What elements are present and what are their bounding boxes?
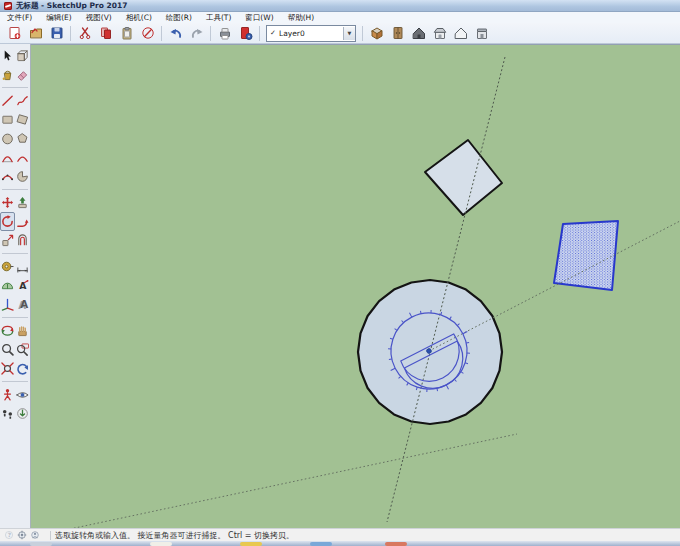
sketchup-logo-icon xyxy=(4,2,12,10)
move-icon xyxy=(1,196,14,209)
share-component-button[interactable] xyxy=(450,23,471,43)
redo-icon xyxy=(190,26,204,40)
drawing-canvas[interactable] xyxy=(31,44,680,528)
open-file-button[interactable] xyxy=(25,23,46,43)
print-button[interactable] xyxy=(214,23,235,43)
tool-rectangle-button[interactable] xyxy=(0,110,15,129)
tool-pan-button[interactable] xyxy=(15,321,30,340)
tool-text-tool-button[interactable]: A xyxy=(15,276,30,295)
get-models-home-icon xyxy=(412,26,426,40)
tool-line-button[interactable] xyxy=(0,91,15,110)
tool-select-button[interactable] xyxy=(0,46,15,65)
geolocate-icon[interactable] xyxy=(17,530,27,540)
rectangle-icon xyxy=(1,113,14,126)
tool-walk-button[interactable] xyxy=(0,404,15,423)
tool-axes-button[interactable] xyxy=(0,295,15,314)
tool-palette: AAA xyxy=(0,44,31,528)
tool-zoom-extents-button[interactable] xyxy=(0,359,15,378)
two-point-arc-icon xyxy=(16,151,29,164)
tool-make-component-button[interactable] xyxy=(15,46,30,65)
tool-zoom-window-button[interactable] xyxy=(15,340,30,359)
tool-pie-button[interactable] xyxy=(15,167,30,186)
menu-help[interactable]: 帮助(H) xyxy=(281,12,322,23)
scale-icon xyxy=(1,234,14,247)
tool-polygon-button[interactable] xyxy=(15,129,30,148)
menu-file[interactable]: 文件(F) xyxy=(0,12,39,23)
tool-move-button[interactable] xyxy=(0,193,15,212)
extension-warehouse-button[interactable] xyxy=(471,23,492,43)
previous-view-icon xyxy=(16,362,29,375)
tool-eraser-button[interactable] xyxy=(15,65,30,84)
model-view[interactable] xyxy=(31,45,680,529)
get-models-home-button[interactable] xyxy=(408,23,429,43)
warehouse-box-icon xyxy=(370,26,384,40)
tool-zoom-button[interactable] xyxy=(0,340,15,359)
menu-view[interactable]: 视图(V) xyxy=(79,12,119,23)
tool-offset-button[interactable] xyxy=(15,231,30,250)
dimension-icon xyxy=(16,260,29,273)
tool-arc-button[interactable] xyxy=(0,148,15,167)
warehouse-box-button[interactable] xyxy=(366,23,387,43)
tool-rotate-button[interactable] xyxy=(0,212,15,231)
tool-dimension-button[interactable] xyxy=(15,257,30,276)
tool-three-d-text-button[interactable]: AA xyxy=(15,295,30,314)
tool-three-point-arc-button[interactable] xyxy=(0,167,15,186)
credits-icon[interactable] xyxy=(30,530,40,540)
status-divider xyxy=(50,531,51,540)
layer-value: Layer0 xyxy=(279,29,343,38)
help-icon[interactable]: ? xyxy=(4,530,14,540)
redo-button[interactable] xyxy=(186,23,207,43)
push-pull-icon xyxy=(16,196,29,209)
palette-separator xyxy=(2,87,28,88)
new-document-icon xyxy=(8,26,22,40)
cut-icon xyxy=(78,26,92,40)
tool-section-plane-button[interactable] xyxy=(15,404,30,423)
tool-freehand-button[interactable] xyxy=(15,91,30,110)
components-cabinet-button[interactable] xyxy=(387,23,408,43)
copy-button[interactable] xyxy=(95,23,116,43)
svg-text:A: A xyxy=(20,299,28,310)
menu-camera[interactable]: 相机(C) xyxy=(119,12,159,23)
tool-position-camera-button[interactable] xyxy=(0,385,15,404)
tool-orbit-button[interactable] xyxy=(0,321,15,340)
save-file-button[interactable] xyxy=(46,23,67,43)
new-document-button[interactable] xyxy=(4,23,25,43)
tool-previous-view-button[interactable] xyxy=(15,359,30,378)
tool-look-around-button[interactable] xyxy=(15,385,30,404)
menu-edit[interactable]: 编辑(E) xyxy=(39,12,79,23)
select-icon xyxy=(1,49,14,62)
selected-square-face[interactable] xyxy=(554,221,618,290)
menu-window[interactable]: 窗口(W) xyxy=(238,12,280,23)
tool-paint-bucket-button[interactable] xyxy=(0,65,15,84)
paste-button[interactable] xyxy=(116,23,137,43)
taskbar-blob xyxy=(385,542,407,546)
undo-button[interactable] xyxy=(165,23,186,43)
model-info-icon xyxy=(239,26,253,40)
tool-two-point-arc-button[interactable] xyxy=(15,148,30,167)
cut-button[interactable] xyxy=(74,23,95,43)
palette-separator xyxy=(2,317,28,318)
rotated-square-face[interactable] xyxy=(425,140,502,215)
tool-rotated-rectangle-button[interactable] xyxy=(15,110,30,129)
model-info-button[interactable] xyxy=(235,23,256,43)
tool-protractor-tool-button[interactable] xyxy=(0,276,15,295)
polygon-icon xyxy=(16,132,29,145)
share-component-icon xyxy=(454,26,468,40)
tool-tape-measure-button[interactable] xyxy=(0,257,15,276)
menu-tools[interactable]: 工具(T) xyxy=(199,12,238,23)
protractor-tool-icon xyxy=(1,279,14,292)
layer-dropdown[interactable]: ✓Layer0▼ xyxy=(266,25,356,42)
rotate-icon xyxy=(1,215,14,228)
dropdown-arrow-icon[interactable]: ▼ xyxy=(343,27,355,40)
toolbar: ✓Layer0▼ xyxy=(0,23,680,44)
eraser-icon xyxy=(16,68,29,81)
share-model-button[interactable] xyxy=(429,23,450,43)
tool-circle-tool-button[interactable] xyxy=(0,129,15,148)
tool-follow-me-button[interactable] xyxy=(15,212,30,231)
tool-scale-button[interactable] xyxy=(0,231,15,250)
menu-draw[interactable]: 绘图(R) xyxy=(159,12,199,23)
tool-push-pull-button[interactable] xyxy=(15,193,30,212)
erase-button[interactable] xyxy=(137,23,158,43)
orbit-icon xyxy=(1,324,14,337)
status-message: 选取旋转角或输入值。 接近量角器可进行捕捉。 Ctrl = 切换拷贝。 xyxy=(55,530,294,541)
